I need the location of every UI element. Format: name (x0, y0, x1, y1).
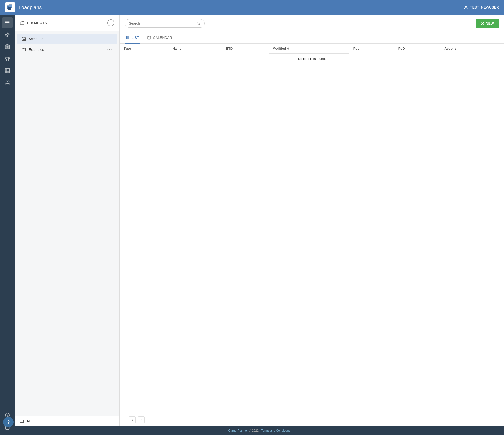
tab-calendar[interactable]: CALENDAR (146, 32, 173, 44)
svg-rect-6 (5, 24, 10, 24)
col-etd[interactable]: ETD (222, 44, 269, 54)
all-folder-icon (20, 419, 24, 424)
content-area: PROJECTS (15, 15, 504, 435)
empty-message: No load lists found. (120, 54, 504, 64)
sort-asc-icon (287, 47, 290, 50)
col-name[interactable]: Name (168, 44, 222, 54)
svg-point-33 (197, 22, 199, 24)
prev-page-button[interactable] (129, 416, 136, 424)
tab-calendar-label: CALENDAR (153, 36, 172, 40)
app-logo[interactable] (5, 2, 15, 12)
svg-point-43 (126, 38, 127, 39)
tab-list[interactable]: LIST (125, 32, 140, 44)
building-icon (5, 44, 10, 50)
pagination: – (120, 413, 504, 426)
project-item-examples[interactable]: Examples ··· (17, 44, 117, 55)
project-list: Acme Inc ··· Examples ··· (15, 31, 119, 416)
app-title: Loadplans (19, 5, 42, 10)
project-more-acme[interactable]: ··· (107, 36, 112, 42)
all-section[interactable]: All (15, 416, 119, 426)
data-table: Type Name ETD Modified (120, 44, 504, 64)
help-label: ? (7, 420, 10, 425)
footer-year: 2022 (252, 429, 259, 432)
username: TEST_NEWUSER (470, 6, 499, 10)
calendar-icon (147, 36, 151, 40)
search-input[interactable] (129, 22, 194, 26)
svg-rect-31 (23, 39, 24, 40)
project-name-examples: Examples (29, 48, 44, 52)
svg-point-20 (6, 81, 8, 82)
footer-separator: © (249, 429, 252, 432)
col-actions[interactable]: Actions (440, 44, 504, 54)
nav-item-layers[interactable] (2, 30, 13, 40)
next-page-button[interactable] (138, 416, 145, 424)
svg-point-8 (6, 34, 8, 36)
top-header: Loadplans TEST_NEWUSER (0, 0, 504, 15)
svg-rect-5 (5, 22, 10, 23)
tabs: LIST CALENDAR (120, 32, 504, 44)
main-layout: PROJECTS (0, 15, 504, 435)
svg-point-21 (8, 81, 9, 82)
svg-line-34 (199, 24, 200, 25)
list-icon (126, 36, 130, 40)
col-pol[interactable]: PoL (349, 44, 394, 54)
svg-rect-12 (7, 47, 7, 48)
new-plus-icon (481, 22, 484, 25)
folder-item-icon (22, 48, 26, 52)
table-body: No load lists found. (120, 54, 504, 64)
cargo-icon (5, 56, 10, 62)
help-float-button[interactable]: ? (3, 417, 14, 428)
search-box (125, 19, 205, 28)
menu-icon (5, 20, 10, 26)
svg-rect-4 (5, 21, 10, 22)
projects-title: PROJECTS (27, 21, 47, 25)
new-button[interactable]: NEW (476, 19, 499, 28)
project-item-acme[interactable]: Acme Inc ··· (17, 34, 117, 44)
project-item-left-examples: Examples (22, 48, 44, 52)
table-container: Type Name ETD Modified (120, 44, 504, 413)
tab-list-label: LIST (132, 36, 139, 40)
col-type[interactable]: Type (120, 44, 168, 54)
svg-point-14 (6, 60, 7, 61)
projects-header: PROJECTS (15, 15, 119, 31)
table-header: Type Name ETD Modified (120, 44, 504, 54)
footer-brand[interactable]: Cargo-Planner (228, 429, 248, 432)
pagination-dash: – (125, 418, 127, 422)
new-button-label: NEW (486, 22, 494, 26)
svg-point-15 (8, 60, 9, 61)
projects-panel: PROJECTS (15, 15, 120, 426)
svg-point-41 (126, 36, 127, 37)
svg-point-23 (7, 416, 8, 416)
table-icon (5, 68, 10, 74)
chevron-left-icon (131, 418, 134, 422)
nav-item-users[interactable] (2, 78, 13, 88)
col-modified[interactable]: Modified (269, 44, 349, 54)
footer-dash: - (259, 429, 260, 432)
svg-rect-16 (5, 69, 10, 73)
all-label: All (27, 419, 31, 423)
svg-point-3 (465, 6, 467, 8)
user-info: TEST_NEWUSER (464, 5, 499, 10)
nav-item-cargo[interactable] (2, 54, 13, 64)
user-icon (464, 5, 468, 10)
split-content: PROJECTS (15, 15, 504, 426)
chevron-right-icon (140, 418, 143, 422)
nav-item-table[interactable] (2, 66, 13, 76)
layers-icon (5, 32, 10, 38)
footer: Cargo-Planner © 2022 - Terms and Conditi… (15, 426, 504, 435)
main-panel: NEW LIST (120, 15, 504, 426)
company-icon (22, 37, 26, 41)
left-nav (0, 15, 15, 435)
svg-rect-13 (8, 47, 8, 48)
add-project-button[interactable] (107, 20, 114, 26)
col-pod[interactable]: PoD (394, 44, 441, 54)
svg-rect-32 (24, 39, 25, 40)
plus-icon (109, 21, 113, 25)
footer-terms[interactable]: Terms and Conditions (261, 429, 290, 432)
project-more-examples[interactable]: ··· (107, 47, 112, 52)
svg-rect-2 (8, 7, 11, 10)
nav-item-menu[interactable] (2, 18, 13, 28)
svg-point-42 (126, 38, 127, 38)
users-icon (5, 80, 10, 86)
nav-item-building[interactable] (2, 42, 13, 52)
